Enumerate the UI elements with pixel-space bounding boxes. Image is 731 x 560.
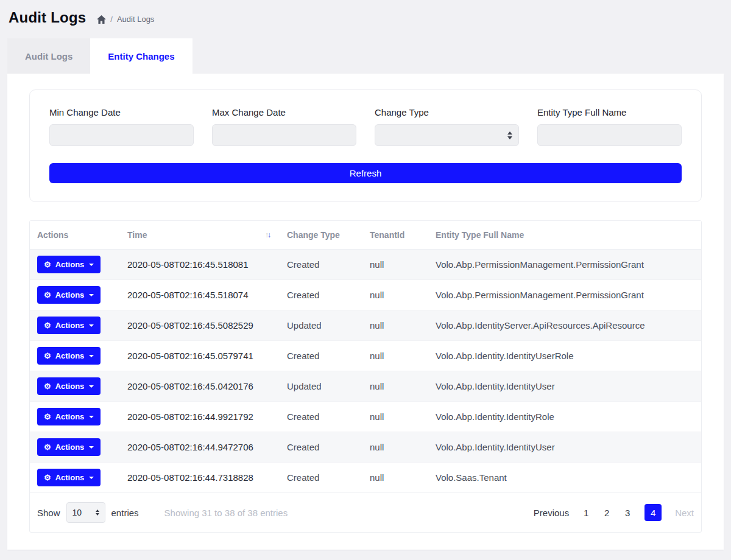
gear-icon: ⚙: [44, 321, 51, 329]
entity-type-cell: Volo.Abp.Identity.IdentityUser: [428, 432, 701, 463]
tab-bar: Audit Logs Entity Changes: [7, 38, 724, 74]
row-actions-button[interactable]: ⚙ Actions: [37, 256, 101, 273]
page-size-select[interactable]: 10: [66, 502, 105, 523]
pagination-page-4[interactable]: 4: [644, 504, 662, 521]
change-type-cell: Created: [280, 432, 362, 463]
change-type-cell: Created: [280, 280, 362, 310]
page-size-group: Show 10 entries: [37, 502, 139, 523]
table-row: ⚙ Actions 2020-05-08T02:16:45.0579741 Cr…: [30, 341, 701, 371]
caret-down-icon: [89, 355, 94, 357]
time-cell: 2020-05-08T02:16:45.0420176: [120, 371, 280, 402]
entity-type-cell: Volo.Abp.Identity.IdentityUser: [428, 371, 701, 402]
pagination-page-3[interactable]: 3: [624, 508, 631, 518]
caret-down-icon: [89, 446, 94, 449]
entity-type-cell: Volo.Saas.Tenant: [428, 463, 701, 493]
table-body: ⚙ Actions 2020-05-08T02:16:45.518081 Cre…: [30, 250, 701, 493]
entity-type-input[interactable]: [537, 124, 682, 146]
header-actions: Actions: [30, 221, 120, 250]
time-cell: 2020-05-08T02:16:45.5082529: [120, 310, 280, 341]
row-actions-button[interactable]: ⚙ Actions: [37, 377, 101, 395]
actions-cell: ⚙ Actions: [30, 310, 120, 341]
time-cell: 2020-05-08T02:16:45.518074: [120, 280, 280, 310]
table-row: ⚙ Actions 2020-05-08T02:16:45.518074 Cre…: [30, 280, 701, 310]
entity-type-cell: Volo.Abp.Identity.IdentityUserRole: [428, 341, 701, 371]
header-tenant-id: TenantId: [362, 221, 428, 250]
select-arrows-icon: [507, 131, 512, 139]
gear-icon: ⚙: [44, 352, 51, 360]
header-time-label: Time: [127, 230, 147, 240]
actions-cell: ⚙ Actions: [30, 402, 120, 432]
caret-down-icon: [89, 264, 94, 266]
row-actions-label: Actions: [55, 321, 85, 330]
header-time[interactable]: Time ↑↓: [120, 221, 280, 250]
tab-audit-logs[interactable]: Audit Logs: [7, 38, 90, 74]
actions-cell: ⚙ Actions: [30, 280, 120, 310]
page-title: Audit Logs: [9, 9, 86, 26]
entries-label: entries: [111, 508, 139, 518]
header-change-type: Change Type: [280, 221, 362, 250]
table-row: ⚙ Actions 2020-05-08T02:16:44.9472706 Cr…: [30, 432, 701, 463]
sort-icon[interactable]: ↑↓: [265, 231, 272, 239]
min-change-date-label: Min Change Date: [49, 107, 194, 117]
row-actions-label: Actions: [55, 473, 85, 482]
show-label: Show: [37, 508, 60, 518]
row-actions-label: Actions: [55, 260, 85, 269]
tenant-id-cell: null: [362, 310, 428, 341]
change-type-cell: Created: [280, 250, 362, 280]
change-type-label: Change Type: [375, 107, 519, 117]
topbar: Audit Logs / Audit Logs: [0, 0, 731, 32]
showing-text: Showing 31 to 38 of 38 entries: [164, 508, 288, 518]
filter-field-min-change-date: Min Change Date: [49, 107, 194, 146]
tenant-id-cell: null: [362, 463, 428, 493]
actions-cell: ⚙ Actions: [30, 341, 120, 371]
row-actions-label: Actions: [55, 290, 85, 299]
gear-icon: ⚙: [44, 413, 51, 421]
home-icon[interactable]: [97, 15, 106, 24]
caret-down-icon: [89, 416, 94, 418]
entity-type-cell: Volo.Abp.IdentityServer.ApiResources.Api…: [428, 310, 701, 341]
time-cell: 2020-05-08T02:16:44.9472706: [120, 432, 280, 463]
gear-icon: ⚙: [44, 443, 51, 451]
pagination-previous[interactable]: Previous: [534, 508, 569, 518]
table-footer: Show 10 entries Showing 31 to 38 of 38 e…: [30, 493, 701, 532]
filter-card: Min Change Date Max Change Date Change T…: [29, 89, 702, 202]
tenant-id-cell: null: [362, 432, 428, 463]
refresh-button[interactable]: Refresh: [49, 163, 682, 183]
row-actions-button[interactable]: ⚙ Actions: [37, 469, 101, 486]
caret-down-icon: [89, 385, 94, 388]
pagination: Previous 1234 Next: [534, 504, 694, 521]
gear-icon: ⚙: [44, 261, 51, 268]
tenant-id-cell: null: [362, 402, 428, 432]
row-actions-label: Actions: [55, 382, 85, 391]
pagination-page-1[interactable]: 1: [582, 508, 590, 518]
row-actions-button[interactable]: ⚙ Actions: [37, 317, 101, 334]
tenant-id-cell: null: [362, 341, 428, 371]
time-cell: 2020-05-08T02:16:44.9921792: [120, 402, 280, 432]
time-cell: 2020-05-08T02:16:44.7318828: [120, 463, 280, 493]
time-cell: 2020-05-08T02:16:45.518081: [120, 250, 280, 280]
row-actions-button[interactable]: ⚙ Actions: [37, 408, 101, 425]
row-actions-button[interactable]: ⚙ Actions: [37, 438, 101, 456]
tab-entity-changes[interactable]: Entity Changes: [90, 38, 192, 74]
select-arrows-icon: [96, 509, 99, 516]
actions-cell: ⚙ Actions: [30, 250, 120, 280]
table-header-row: Actions Time ↑↓ Change Type TenantId Ent…: [30, 221, 701, 250]
filter-field-entity-type: Entity Type Full Name: [537, 107, 682, 146]
actions-cell: ⚙ Actions: [30, 463, 120, 493]
change-type-select[interactable]: [375, 124, 519, 146]
pagination-page-2[interactable]: 2: [603, 508, 610, 518]
pagination-next[interactable]: Next: [675, 508, 694, 518]
header-entity-type: Entity Type Full Name: [428, 221, 701, 250]
row-actions-button[interactable]: ⚙ Actions: [37, 286, 101, 304]
time-cell: 2020-05-08T02:16:45.0579741: [120, 341, 280, 371]
row-actions-button[interactable]: ⚙ Actions: [37, 347, 101, 365]
table-row: ⚙ Actions 2020-05-08T02:16:44.7318828 Cr…: [30, 463, 701, 493]
table-row: ⚙ Actions 2020-05-08T02:16:44.9921792 Cr…: [30, 402, 701, 432]
gear-icon: ⚙: [44, 291, 51, 299]
tenant-id-cell: null: [362, 250, 428, 280]
tenant-id-cell: null: [362, 280, 428, 310]
table-card: Actions Time ↑↓ Change Type TenantId Ent…: [29, 220, 702, 533]
max-change-date-input[interactable]: [212, 124, 356, 146]
breadcrumb-separator: /: [110, 15, 113, 24]
min-change-date-input[interactable]: [49, 124, 194, 146]
